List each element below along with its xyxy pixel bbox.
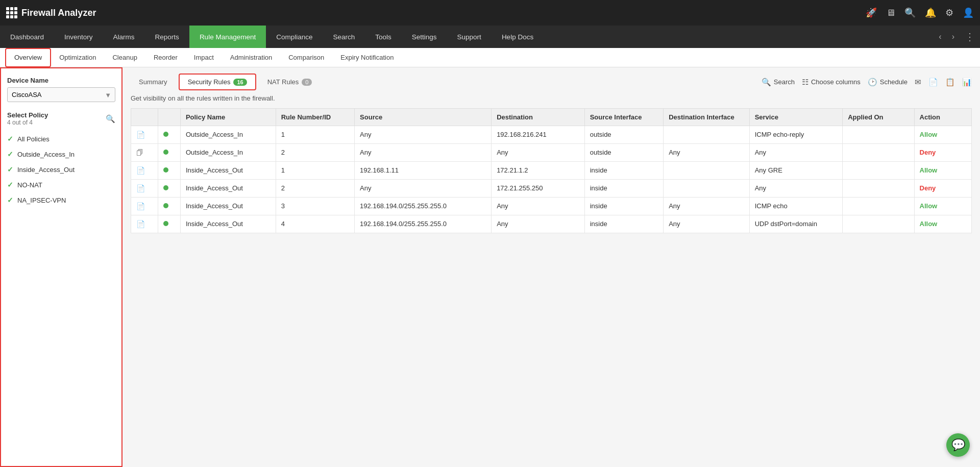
subnav-comparison[interactable]: Comparison: [280, 48, 332, 67]
row-status-5: [158, 198, 181, 215]
columns-icon: ☷: [802, 78, 808, 87]
nav-search[interactable]: Search: [323, 26, 365, 48]
col-applied-on[interactable]: Applied On: [843, 109, 914, 126]
row-dst-interface-6: Any: [664, 215, 750, 233]
row-icon-4: 📄: [131, 180, 158, 198]
subnav-reorder[interactable]: Reorder: [145, 48, 186, 67]
nav-inventory[interactable]: Inventory: [54, 26, 103, 48]
csv-icon: 📊: [962, 78, 972, 87]
col-source[interactable]: Source: [355, 109, 492, 126]
row-policy-name-5: Inside_Access_Out: [180, 198, 276, 215]
col-policy-name[interactable]: Policy Name: [180, 109, 276, 126]
policy-item-inside-access-out[interactable]: ✓ Inside_Access_Out: [1, 162, 121, 177]
top-bar-actions: 🚀 🖥 🔍 🔔 ⚙ 👤: [866, 7, 974, 18]
user-icon[interactable]: 👤: [963, 7, 974, 18]
nav-help-docs[interactable]: Help Docs: [492, 26, 544, 48]
subnav-expiry-notification[interactable]: Expiry Notification: [332, 48, 402, 67]
app-logo: Firewall Analyzer: [6, 7, 96, 18]
col-action[interactable]: Action: [914, 109, 971, 126]
nav-rule-management[interactable]: Rule Management: [189, 26, 266, 48]
nav-reports[interactable]: Reports: [145, 26, 189, 48]
table-row[interactable]: 📄 Inside_Access_Out 4 192.168.194.0/255.…: [131, 215, 972, 233]
col-dest-interface[interactable]: Destination Interface: [664, 109, 750, 126]
table-row[interactable]: 🗍 Outside_Access_In 2 Any Any outside An…: [131, 144, 972, 162]
device-select[interactable]: CiscoASA: [7, 87, 115, 102]
monitor-icon[interactable]: 🖥: [886, 8, 895, 18]
policy-item-no-nat[interactable]: ✓ NO-NAT: [1, 177, 121, 192]
tab-security-rules[interactable]: Security Rules 16: [179, 73, 256, 90]
main-content: Device Name CiscoASA ▼ Select Policy 4 o…: [0, 67, 980, 467]
row-dst-interface-4: [664, 180, 750, 198]
tab-nat-rules[interactable]: NAT Rules 0: [259, 75, 321, 89]
bell-icon[interactable]: 🔔: [925, 7, 936, 18]
row-source-3: 192.168.1.11: [355, 162, 492, 180]
policy-item-all[interactable]: ✓ All Policies: [1, 131, 121, 146]
nav-next-arrow[interactable]: ›: [947, 26, 960, 48]
row-rule-number-3: 1: [276, 162, 354, 180]
row-service-4: Any: [749, 180, 843, 198]
app-title: Firewall Analyzer: [21, 8, 96, 18]
check-icon-all: ✓: [7, 135, 13, 143]
rules-table: Policy Name Rule Number/ID Source Destin…: [131, 108, 972, 233]
row-applied-on-1: [843, 126, 914, 144]
subnav-impact[interactable]: Impact: [186, 48, 222, 67]
csv-export-button[interactable]: 📊: [962, 78, 972, 87]
pdf-export-button[interactable]: 📄: [928, 78, 938, 87]
email-export-button[interactable]: ✉: [915, 78, 921, 87]
status-dot-5: [163, 203, 168, 208]
policy-search-icon[interactable]: 🔍: [106, 114, 115, 124]
subnav-optimization[interactable]: Optimization: [51, 48, 104, 67]
rocket-icon[interactable]: 🚀: [866, 7, 877, 18]
nav-prev-arrow[interactable]: ‹: [934, 26, 946, 48]
search-button[interactable]: 🔍 Search: [762, 78, 795, 87]
export-icon-3: 📄: [136, 166, 145, 175]
nav-settings[interactable]: Settings: [402, 26, 447, 48]
policy-list: ✓ All Policies ✓ Outside_Access_In ✓ Ins…: [1, 129, 121, 210]
subnav-cleanup[interactable]: Cleanup: [104, 48, 145, 67]
nav-tools[interactable]: Tools: [365, 26, 402, 48]
nav-alarms[interactable]: Alarms: [103, 26, 145, 48]
policy-item-na-ipsec[interactable]: ✓ NA_IPSEC-VPN: [1, 192, 121, 208]
table-row[interactable]: 📄 Outside_Access_In 1 Any 192.168.216.24…: [131, 126, 972, 144]
policy-item-outside-access-in[interactable]: ✓ Outside_Access_In: [1, 146, 121, 162]
export-icon-5: 📄: [136, 202, 145, 210]
row-applied-on-2: [843, 144, 914, 162]
choose-columns-button[interactable]: ☷ Choose columns: [802, 78, 861, 87]
col-destination[interactable]: Destination: [492, 109, 585, 126]
chat-fab[interactable]: 💬: [946, 433, 970, 457]
tab-summary[interactable]: Summary: [131, 75, 176, 89]
policy-label-no-nat: NO-NAT: [17, 181, 42, 189]
row-destination-3: 172.21.1.2: [492, 162, 585, 180]
table-row[interactable]: 📄 Inside_Access_Out 1 192.168.1.11 172.2…: [131, 162, 972, 180]
policy-label-inside-out: Inside_Access_Out: [17, 166, 75, 174]
row-applied-on-3: [843, 162, 914, 180]
row-src-interface-2: outside: [584, 144, 663, 162]
col-rule-number[interactable]: Rule Number/ID: [276, 109, 354, 126]
subnav-overview[interactable]: Overview: [5, 48, 51, 67]
row-policy-name-3: Inside_Access_Out: [180, 162, 276, 180]
nav-support[interactable]: Support: [447, 26, 492, 48]
content-subtitle: Get visibility on all the rules written …: [131, 94, 972, 102]
schedule-button[interactable]: 🕑 Schedule: [868, 78, 908, 87]
nav-dashboard[interactable]: Dashboard: [0, 26, 54, 48]
col-source-interface[interactable]: Source Interface: [584, 109, 663, 126]
device-select-wrapper: CiscoASA ▼: [7, 87, 115, 102]
row-src-interface-6: inside: [584, 215, 663, 233]
pdf-icon: 📄: [928, 78, 938, 87]
search-icon[interactable]: 🔍: [904, 7, 916, 18]
nav-compliance[interactable]: Compliance: [266, 26, 323, 48]
gear-icon[interactable]: ⚙: [945, 7, 953, 18]
xls-icon: 📋: [945, 78, 955, 87]
row-action-4: Deny: [914, 180, 971, 198]
col-service[interactable]: Service: [749, 109, 843, 126]
row-icon-1: 📄: [131, 126, 158, 144]
table-row[interactable]: 📄 Inside_Access_Out 2 Any 172.21.255.250…: [131, 180, 972, 198]
xls-export-button[interactable]: 📋: [945, 78, 955, 87]
table-row[interactable]: 📄 Inside_Access_Out 3 192.168.194.0/255.…: [131, 198, 972, 215]
status-dot-1: [163, 132, 168, 137]
check-icon-no-nat: ✓: [7, 181, 13, 189]
nav-more-menu[interactable]: ⋮: [960, 26, 980, 48]
row-rule-number-6: 4: [276, 215, 354, 233]
row-rule-number-5: 3: [276, 198, 354, 215]
subnav-administration[interactable]: Administration: [222, 48, 280, 67]
